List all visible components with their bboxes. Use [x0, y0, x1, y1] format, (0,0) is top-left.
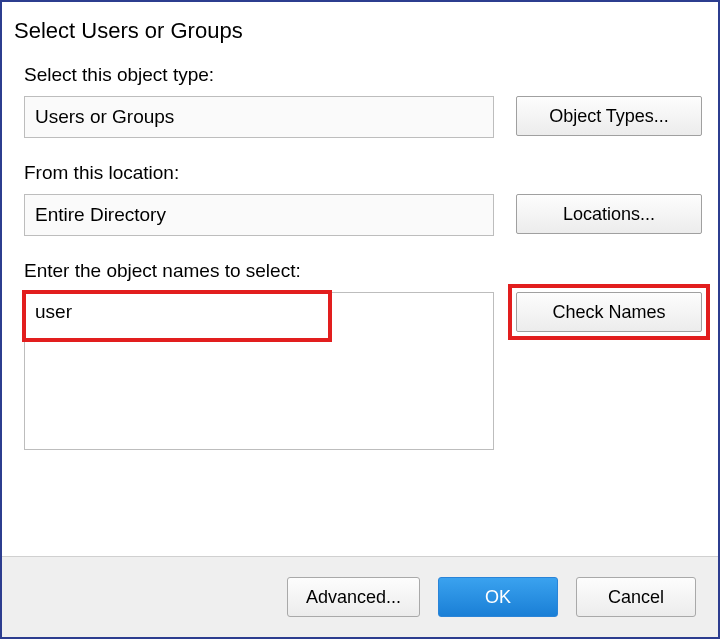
object-names-label: Enter the object names to select:: [24, 260, 718, 282]
location-field: Entire Directory: [24, 194, 494, 236]
select-users-or-groups-dialog: Select Users or Groups Select this objec…: [0, 0, 720, 639]
cancel-button[interactable]: Cancel: [576, 577, 696, 617]
dialog-title: Select Users or Groups: [14, 18, 718, 44]
ok-button[interactable]: OK: [438, 577, 558, 617]
object-type-field: Users or Groups: [24, 96, 494, 138]
locations-button[interactable]: Locations...: [516, 194, 702, 234]
location-label: From this location:: [24, 162, 718, 184]
check-names-button[interactable]: Check Names: [516, 292, 702, 332]
dialog-footer: Advanced... OK Cancel: [2, 556, 718, 637]
object-type-label: Select this object type:: [24, 64, 718, 86]
dialog-client-area: Select Users or Groups Select this objec…: [2, 2, 718, 556]
spacer: [2, 455, 718, 556]
check-names-container: Check Names: [516, 292, 702, 332]
advanced-button[interactable]: Advanced...: [287, 577, 420, 617]
object-names-container: [24, 292, 494, 455]
object-types-button[interactable]: Object Types...: [516, 96, 702, 136]
object-names-input[interactable]: [24, 292, 494, 450]
